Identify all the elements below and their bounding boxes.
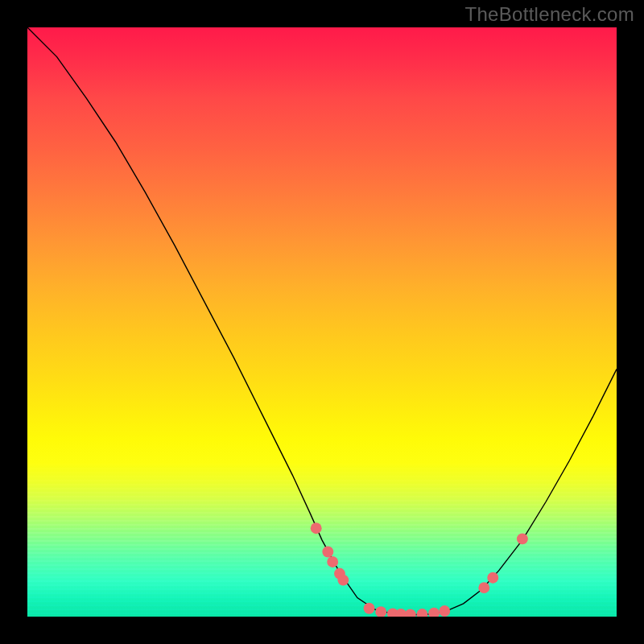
chart-marker	[364, 603, 375, 614]
chart-marker	[439, 605, 450, 617]
watermark-text: TheBottleneck.com	[464, 3, 634, 26]
chart-marker	[337, 575, 349, 586]
chart-marker	[487, 572, 498, 584]
chart-marker	[416, 609, 427, 617]
chart-marker	[478, 582, 489, 593]
chart-marker	[311, 522, 322, 534]
chart-plot-area	[27, 27, 617, 617]
chart-marker	[517, 533, 528, 544]
chart-svg	[27, 27, 617, 617]
bottleneck-curve	[27, 27, 617, 615]
chart-marker	[327, 556, 338, 568]
chart-marker	[322, 547, 333, 558]
chart-marker	[375, 606, 386, 617]
chart-markers	[311, 522, 528, 617]
chart-marker	[428, 608, 440, 617]
chart-marker	[405, 609, 416, 617]
